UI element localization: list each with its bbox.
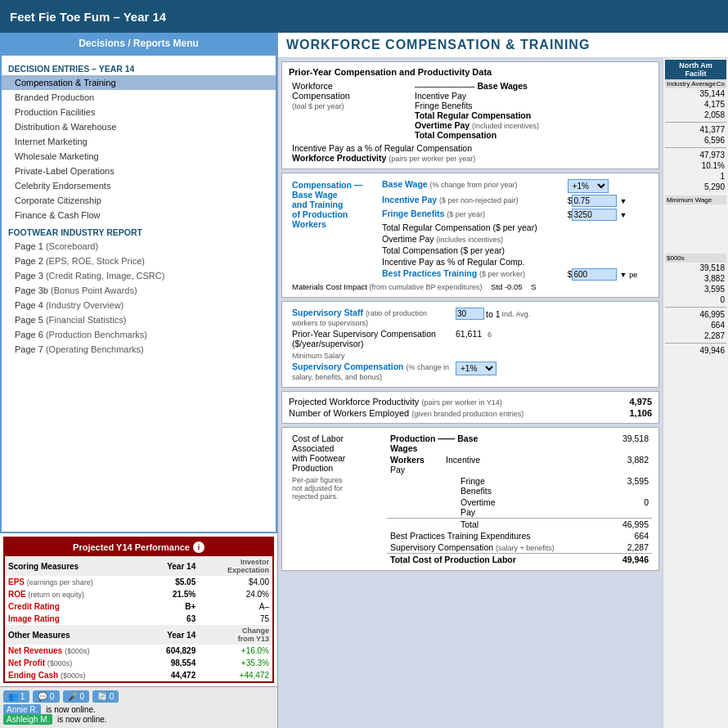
right-val-base: 35,144 [665, 88, 726, 99]
sidebar-item-page3b[interactable]: Page 3b (Bonus Point Awards) [2, 283, 276, 298]
ind-avg-label: Ind. Avg. [502, 310, 531, 318]
right-panel-col-headers: Industry Average Co [665, 79, 726, 88]
right-cost-incentive: 3,882 [665, 273, 726, 284]
prior-sup-comp-value: 61,611 [456, 329, 482, 339]
right-cost-base: 39,518 [665, 263, 726, 273]
info-icon[interactable]: i [193, 542, 204, 553]
right-val-1: 1 [665, 171, 726, 182]
total-comp-label: Total Compensation [415, 130, 649, 140]
table-row: Compensation — Base Wage and Training of… [289, 178, 652, 194]
compensation-box: Compensation — Base Wage and Training of… [281, 173, 659, 298]
right-cost-bp: 664 [665, 320, 726, 330]
year14-header: Year 14 [144, 556, 199, 576]
table-row: EPS (earnings per share) $5.05 $4.00 [5, 576, 272, 588]
sidebar-item-branded[interactable]: Branded Production [2, 90, 276, 105]
comp-training-label: Compensation — Base Wage and Training of… [292, 180, 375, 229]
table-row: Cost of LaborAssociatedwith FootwearProd… [289, 433, 652, 454]
investor-header: InvestorExpectation [199, 556, 272, 576]
page-title: Workforce Compensation & Training [286, 38, 720, 52]
incentive-pay-label: Incentive Pay [415, 91, 649, 101]
sidebar-item-page1[interactable]: Page 1 (Scoreboard) [2, 239, 276, 254]
decision-section-title: DECISION ENTRIES – YEAR 14 [2, 59, 276, 75]
chat-icons: 👥 1 💬 0 🎤 0 🔄 0 [3, 690, 274, 703]
dollars-header: $000s [665, 254, 726, 263]
sidebar-item-page5[interactable]: Page 5 (Financial Statistics) [2, 312, 276, 327]
table-row: Image Rating 63 75 [5, 613, 272, 625]
overtime-pay-label: Overtime Pay (included incentives) [415, 120, 649, 130]
panels: Prior-Year Compensation and Productivity… [278, 58, 728, 728]
prior-year-box: Prior-Year Compensation and Productivity… [281, 61, 659, 169]
right-val-total-regular: 41,377 [665, 124, 726, 135]
best-practices-input[interactable] [572, 268, 617, 281]
status-ashleigh: Ashleigh M. is now online. [3, 715, 274, 724]
sidebar-item-page2[interactable]: Page 2 (EPS, ROE, Stock Price) [2, 254, 276, 268]
right-cost-sup: 2,287 [665, 330, 726, 341]
total-value: 46,995 [622, 519, 649, 529]
content-area: Workforce Compensation & Training Prior-… [278, 33, 728, 728]
sidebar-item-page6[interactable]: Page 6 (Production Benchmarks) [2, 327, 276, 342]
min-salary-label: Minimum Salary [292, 352, 345, 360]
workforce-productivity-label: Workforce Productivity (pairs per worker… [292, 153, 475, 163]
projected-title: Projected Y14 Performance i [5, 538, 272, 556]
incentive-value: 3,882 [627, 455, 649, 465]
table-row: Credit Rating B+ A– [5, 600, 272, 613]
app-title: Feet Fie Toe Fum – Year 14 [10, 10, 166, 24]
sidebar-item-finance[interactable]: Finance & Cash Flow [2, 208, 276, 222]
base-wages-value: 39,518 [622, 434, 649, 443]
sidebar-item-internet[interactable]: Internet Marketing [2, 134, 276, 149]
right-val-total-comp: 47,973 [665, 150, 726, 160]
table-row: Net Profit ($000s) 98,554 +35.3% [5, 657, 272, 669]
table-row: Incentive Pay as a % of Regular Compensa… [289, 141, 652, 164]
right-panel: North AmFacilit Industry Average Co 35,1… [663, 58, 728, 728]
supervisory-box: Supervisory Staff (ratio of production w… [281, 301, 659, 388]
sidebar-item-production[interactable]: Production Facilities [2, 105, 276, 119]
sidebar-item-compensation[interactable]: Compensation & Training [2, 75, 276, 90]
projected-performance: Projected Y14 Performance i Scoring Meas… [3, 537, 274, 683]
status-annie: Annie R. is now online. [3, 705, 274, 714]
base-wages-label: ——————— Base Wages [415, 81, 649, 91]
sidebar-item-wholesale[interactable]: Wholesale Marketing [2, 149, 276, 164]
sidebar-item-page3[interactable]: Page 3 (Credit Rating, Image, CSRC) [2, 268, 276, 283]
right-cost-overtime: 0 [665, 294, 726, 305]
table-row: ROE (return on equity) 21.5% 24.0% [5, 588, 272, 600]
app-header: Feet Fie Toe Fum – Year 14 [0, 0, 728, 33]
incentive-pay-input[interactable] [572, 195, 617, 207]
production-workers-label: Production —— Base Wages [390, 434, 478, 453]
right-panel-header: North AmFacilit [665, 60, 726, 79]
table-row: WorkforceCompensation(toal $ per year) —… [289, 80, 652, 141]
right-val-productivity: 5,290 [665, 182, 726, 192]
main-panel: Prior-Year Compensation and Productivity… [278, 58, 663, 728]
fringe-input[interactable] [572, 209, 617, 221]
sidebar-item-private-label[interactable]: Private-Label Operations [2, 164, 276, 178]
fringe-value: 3,595 [627, 476, 649, 486]
num-workers-value: 1,106 [629, 408, 652, 418]
right-cost-fringe: 3,595 [665, 284, 726, 294]
total-cost-label: Total Cost of Production Labor [390, 555, 516, 564]
sidebar-item-page7[interactable]: Page 7 (Operating Benchmarks) [2, 342, 276, 357]
sync-button[interactable]: 🔄 0 [92, 690, 119, 703]
projected-workforce-box: Projected Workforce Productivity (pairs … [281, 391, 659, 424]
min-wage-header: Minimum Wage [665, 195, 726, 204]
proj-productivity-label: Projected Workforce Productivity (pairs … [289, 397, 502, 407]
projected-table: Scoring Measures Year 14 InvestorExpecta… [5, 556, 272, 681]
sidebar-item-distribution[interactable]: Distribution & Warehouse [2, 119, 276, 134]
fringe-label: Fringe Benefits [415, 101, 649, 110]
sidebar-item-page4[interactable]: Page 4 (Industry Overview) [2, 298, 276, 312]
sup-comp-label: Supervisory Compensation (salary + benef… [390, 542, 555, 552]
supervisory-comp-select[interactable]: +1%0%+2% [456, 362, 497, 375]
sidebar-item-celebrity[interactable]: Celebrity Endorsements [2, 178, 276, 193]
supervisory-ratio-input[interactable] [456, 308, 484, 320]
bp-value: 664 [634, 531, 649, 541]
sidebar-title: Decisions / Reports Menu [0, 33, 277, 54]
sup-comp-value: 2,287 [627, 542, 649, 552]
sidebar-item-corporate[interactable]: Corporate Citizenship [2, 193, 276, 208]
table-row: Materials Cost Impact (from cumulative B… [289, 281, 652, 292]
bp-label: Best Practices Training Expenditures [390, 531, 531, 541]
users-button[interactable]: 👥 1 [3, 690, 29, 703]
base-wage-select[interactable]: +1%0%+2%-1% [568, 179, 609, 193]
voice-button[interactable]: 🎤 0 [63, 690, 89, 703]
workforce-comp-label: WorkforceCompensation(toal $ per year) [292, 81, 392, 110]
table-row: Supervisory Staff (ratio of production w… [289, 307, 652, 328]
messages-button[interactable]: 💬 0 [33, 690, 59, 703]
cost-labor-title: Cost of LaborAssociatedwith FootwearProd… [292, 434, 384, 473]
